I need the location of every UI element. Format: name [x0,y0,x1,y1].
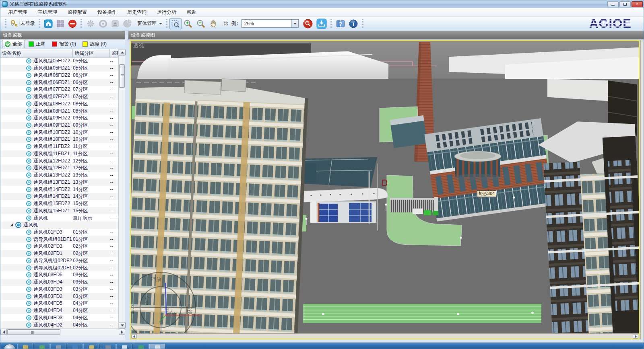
wheel-zoom-label[interactable]: 缩放 [151,276,161,283]
device-row[interactable]: 通风机02FD302分区-- [0,243,118,250]
column-header-zone[interactable]: 所属分区 [73,49,110,57]
taskbar-app-button-1[interactable] [34,344,50,349]
menu-item-0[interactable]: 用户管理 [3,8,33,16]
zoom-in-button[interactable] [182,18,194,29]
viewport-horizontal-scrollbar[interactable] [131,333,639,339]
scrollbar-thumb[interactable] [119,64,125,88]
menu-item-4[interactable]: 历史查询 [122,8,152,16]
capture-button[interactable] [315,18,328,29]
column-header-status[interactable]: 监视 [110,49,118,57]
device-row[interactable]: 通风机组10FDZ210分区-- [0,129,118,136]
column-header-name[interactable]: 设备名称 [0,49,73,57]
taskbar-app-button-5[interactable] [100,344,116,349]
taskbar-app-button-8[interactable] [149,344,165,349]
scroll-up-button[interactable] [119,49,126,55]
device-row[interactable]: 通风机04FD504分区-- [0,300,118,307]
device-row[interactable]: 通风机04FD404分区-- [0,307,118,314]
table-vertical-scrollbar[interactable] [118,49,125,328]
device-row[interactable]: 诱导风机组02DF102分区-- [0,264,118,271]
menu-item-1[interactable]: 主机管理 [33,8,62,16]
scroll-left-button[interactable] [131,334,137,339]
device-row[interactable]: 诱导风机组01DF101分区-- [0,236,118,243]
device-row[interactable]: 通风机组05FDZ105分区-- [0,65,118,72]
menu-item-6[interactable]: 帮助 [182,8,202,16]
device-row[interactable]: 通风机组12FDZ212分区-- [0,157,118,164]
window-manage-button[interactable]: 窗体管理 [134,18,164,29]
home-button[interactable] [42,18,54,29]
scroll-down-button[interactable] [119,322,126,328]
taskbar-app-button-2[interactable] [50,344,66,349]
device-row[interactable]: 通风机组13FDZ213分区-- [0,172,118,179]
eject-button-disabled[interactable] [109,18,121,29]
pan-button[interactable] [207,18,219,29]
menu-item-5[interactable]: 运行分析 [152,8,182,16]
device-row[interactable]: 通风机组08FDZ208分区-- [0,100,118,107]
device-row[interactable]: 通风机03FD203分区-- [0,293,118,300]
help-button[interactable]: ? [334,18,347,29]
filter-button-0[interactable]: 全部 [2,40,25,48]
monitor-viewport[interactable]: 透视 矩形304 缩放 平移 回放 环视 中心 向上/向下 [130,40,640,339]
device-row[interactable]: 通风机组07FDZ107分区-- [0,93,118,101]
taskbar-app-button-0[interactable] [17,344,33,349]
device-row[interactable]: 通风机组06FDZ206分区-- [0,72,118,79]
device-row[interactable]: 通风机03FD503分区-- [0,271,118,279]
device-row[interactable]: 通风机组08FDZ108分区-- [0,107,118,115]
zoom-region-button[interactable] [169,18,182,29]
scroll-right-button[interactable] [119,329,125,335]
taskbar-app-button-3[interactable] [67,344,83,349]
device-row[interactable]: 通风机组11FDZ211分区-- [0,143,118,150]
table-horizontal-scrollbar[interactable] [0,328,125,335]
device-row[interactable]: 通风机04FD204分区-- [0,321,118,328]
device-row[interactable]: 通风机04FD304分区-- [0,314,118,321]
device-row[interactable]: 通风机组12FDZ112分区-- [0,164,118,172]
filter-button-2[interactable]: 报警 (0) [49,40,79,48]
taskbar-app-button-7[interactable] [133,344,149,349]
tile-windows-button[interactable] [54,18,66,29]
device-row[interactable]: 通风机组06FDZ106分区-- [0,79,118,86]
device-row[interactable]: 通风机02FD102分区-- [0,250,118,257]
combo-dropdown-button[interactable] [291,20,298,27]
device-row[interactable]: 通风机01FD301分区-- [0,229,118,236]
pie-button-disabled[interactable] [121,18,134,29]
menu-item-3[interactable]: 设备操作 [92,8,122,16]
filter-button-3[interactable]: 故障 (0) [80,40,109,48]
scroll-right-button[interactable] [633,334,638,339]
expander-icon[interactable] [10,224,13,226]
filter-button-1[interactable]: 正常 [26,40,48,48]
wheel-rewind-label[interactable]: 回放 [130,304,136,314]
magnifier-red-button[interactable] [301,18,315,29]
3d-scene[interactable] [131,41,639,333]
taskbar-app-button-6[interactable] [116,344,132,349]
navigation-wheel[interactable]: 缩放 平移 回放 环视 中心 向上/向下 [130,272,198,339]
panel-splitter[interactable] [125,31,128,340]
device-row[interactable]: 通风机组10FDZ110分区-- [0,136,118,143]
zoom-out-button[interactable] [194,18,207,29]
wheel-center-label[interactable]: 中心 [144,296,151,305]
scrollbar-thumb[interactable] [7,329,60,335]
device-row[interactable]: 通风机03FD403分区-- [0,279,118,286]
viewport-vertical-scrollbar[interactable] [640,40,644,339]
device-row[interactable]: 通风机组15FDZ115分区-- [0,207,118,214]
fan-button-disabled[interactable] [84,18,97,29]
stop-button[interactable] [66,18,78,29]
device-row[interactable]: 通风机组09FDZ209分区-- [0,115,118,122]
scale-combobox[interactable]: 25% [242,19,299,28]
device-row[interactable]: 通风机03FD303分区-- [0,286,118,293]
wheel-look-label[interactable]: 环视 [186,304,193,314]
login-button[interactable]: 未登录 [8,18,37,29]
device-row[interactable]: 通风机组09FDZ109分区-- [0,122,118,129]
info-button[interactable]: i [347,18,360,29]
device-group-row[interactable]: 通风机 [0,222,118,229]
device-row[interactable]: 通风机组13FDZ113分区-- [0,179,118,186]
device-row[interactable]: 诱导风机组02DF202分区-- [0,257,118,265]
scroll-left-button[interactable] [0,329,7,335]
device-row[interactable]: 通风机组14FDZ214分区-- [0,186,118,193]
device-row[interactable]: 通风机组05FDZ205分区-- [0,57,118,65]
device-row[interactable]: 通风机组11FDZ111分区-- [0,150,118,158]
device-row[interactable]: 通风机组07FDZ207分区-- [0,86,118,93]
device-row[interactable]: 通风机组15FDZ215分区-- [0,200,118,207]
close-button[interactable]: × [632,1,643,7]
taskbar-app-button-4[interactable] [83,344,99,349]
device-row[interactable]: 通风机展厅演示—— [0,214,118,222]
device-row[interactable]: 通风机组14FDZ114分区-- [0,193,118,200]
